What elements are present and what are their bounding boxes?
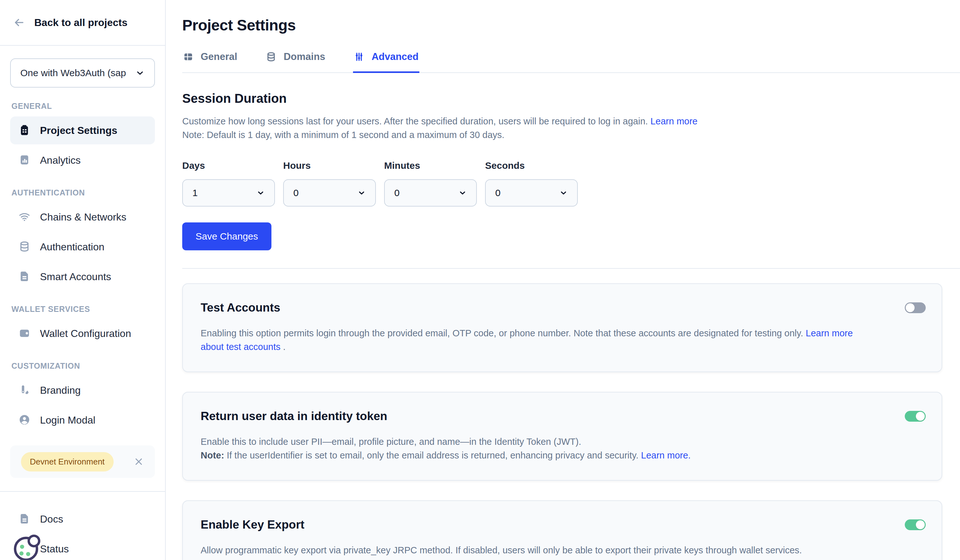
learn-more-link[interactable]: Learn more [651,116,698,126]
field-seconds: Seconds 0 [485,160,578,207]
sidebar-item-label: Project Settings [40,125,117,136]
field-label: Days [182,160,275,171]
key-export-card: Enable Key Export Allow programmatic key… [182,500,942,560]
section-label-general: GENERAL [11,102,154,111]
field-days: Days 1 [182,160,275,207]
section-note: Note: Default is 1 day, with a minimum o… [182,128,942,142]
seconds-select[interactable]: 0 [485,179,578,207]
analytics-icon [18,154,31,167]
card-title: Enable Key Export [201,518,878,531]
session-duration-section: Session Duration Customize how long sess… [182,91,942,250]
sidebar-item-label: Authentication [40,241,104,253]
sidebar-item-label: Analytics [40,155,81,166]
section-label-authentication: AUTHENTICATION [11,188,154,197]
sidebar-item-analytics[interactable]: Analytics [10,146,155,174]
identity-token-card: Return user data in identity token Enabl… [182,392,942,481]
learn-more-identity-link[interactable]: Learn more. [641,450,690,460]
sidebar-footer: Docs Status [0,491,165,560]
section-label-wallet-services: WALLET SERVICES [11,305,154,314]
field-hours: Hours 0 [283,160,376,207]
note-text: If the userIdentifier is set to email, o… [224,450,641,460]
save-changes-button[interactable]: Save Changes [182,222,271,250]
main-content: Project Settings General Domains Advance… [166,0,960,560]
sidebar-body: One with Web3Auth (sap GENERAL Project S… [0,46,165,478]
tab-label: Domains [283,51,325,62]
sidebar-item-label: Branding [40,385,81,396]
brush-icon [18,384,31,397]
sidebar-item-docs[interactable]: Docs [10,505,155,533]
test-accounts-toggle[interactable] [905,302,926,313]
select-value: 0 [495,188,501,198]
tab-label: General [201,51,237,62]
app-window: Back to all projects One with Web3Auth (… [0,0,960,560]
test-accounts-card: Test Accounts Enabling this option permi… [182,283,942,372]
cookie-consent-icon[interactable] [18,542,31,555]
field-minutes: Minutes 0 [384,160,477,207]
table-icon [183,51,194,62]
card-description: Enabling this option permits login throu… [201,327,878,354]
sidebar-item-label: Wallet Configuration [40,328,131,340]
chevron-down-icon [458,189,467,197]
section-description: Customize how long sessions last for you… [182,115,942,128]
database-icon [266,51,277,62]
project-selector-value: One with Web3Auth (sap [20,68,126,78]
database-icon [18,241,31,253]
section-label-customization: CUSTOMIZATION [11,361,154,370]
toggle-knob [906,303,915,312]
sidebar-item-status[interactable]: Status [10,535,155,560]
clipboard-icon [18,124,31,137]
back-label: Back to all projects [34,17,127,29]
sidebar-item-authentication[interactable]: Authentication [10,233,155,261]
sidebar-item-smart-accounts[interactable]: Smart Accounts [10,263,155,290]
close-icon[interactable] [133,456,144,467]
sidebar-item-label: Status [40,543,69,555]
sidebar-item-login-modal[interactable]: Login Modal [10,406,155,434]
back-to-projects-link[interactable]: Back to all projects [0,0,165,46]
tab-domains[interactable]: Domains [265,50,326,73]
environment-badge: Devnet Environment [21,452,114,471]
card-note: Note: If the userIdentifier is set to em… [201,448,878,462]
sidebar-item-label: Chains & Networks [40,211,126,223]
note-label: Note: [201,450,224,460]
page-title: Project Settings [182,16,942,34]
field-label: Hours [283,160,376,171]
days-select[interactable]: 1 [182,179,275,207]
chevron-down-icon [357,189,366,197]
wifi-icon [18,211,31,223]
chevron-down-icon [135,68,145,78]
docs-icon [18,513,31,525]
sliders-icon [354,51,365,62]
toggle-knob [916,520,925,529]
field-label: Seconds [485,160,578,171]
card-title: Test Accounts [201,301,878,314]
tab-advanced[interactable]: Advanced [353,50,419,73]
toggle-knob [916,412,925,421]
field-label: Minutes [384,160,477,171]
project-selector[interactable]: One with Web3Auth (sap [10,58,155,88]
chevron-down-icon [256,189,265,197]
description-text: Customize how long sessions last for you… [182,116,648,126]
sidebar-item-wallet-configuration[interactable]: Wallet Configuration [10,319,155,348]
tab-bar: General Domains Advanced [182,50,960,73]
file-icon [18,270,31,283]
sidebar-item-chains-networks[interactable]: Chains & Networks [10,203,155,231]
description-text: Enabling this option permits login throu… [201,328,803,338]
sidebar-item-label: Smart Accounts [40,271,111,283]
select-value: 0 [293,188,299,198]
card-link-line: Learn more about key export. [201,557,878,560]
minutes-select[interactable]: 0 [384,179,477,207]
divider [182,268,960,269]
identity-token-toggle[interactable] [905,411,926,422]
card-description: Allow programmatic key export via privat… [201,544,878,557]
tab-general[interactable]: General [182,50,238,73]
key-export-toggle[interactable] [905,519,926,530]
sidebar-item-project-settings[interactable]: Project Settings [10,116,155,144]
card-description: Enable this to include user PII—email, p… [201,435,878,448]
learn-more-key-export-link[interactable]: Learn more about key export. [201,559,321,560]
card-title: Return user data in identity token [201,410,878,423]
tab-label: Advanced [371,51,418,62]
hours-select[interactable]: 0 [283,179,376,207]
sidebar-item-branding[interactable]: Branding [10,376,155,404]
sidebar: Back to all projects One with Web3Auth (… [0,0,166,560]
select-value: 1 [192,188,198,198]
